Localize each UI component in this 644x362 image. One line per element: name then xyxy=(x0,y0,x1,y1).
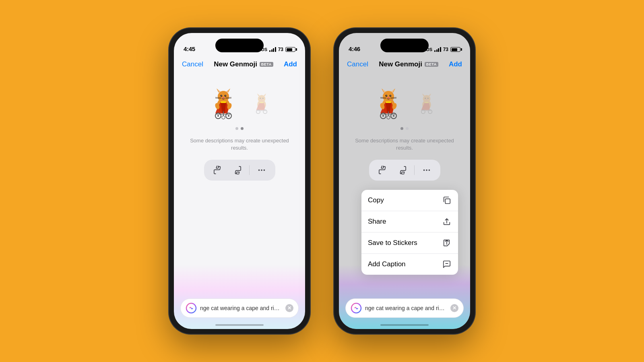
ai-genmoji-icon-right xyxy=(351,302,362,314)
cat-emoji-svg-main-left xyxy=(205,85,242,121)
svg-point-61 xyxy=(382,115,384,117)
share-icon xyxy=(442,217,452,226)
svg-point-10 xyxy=(223,97,225,99)
emoji-display-right xyxy=(370,85,439,121)
svg-point-26 xyxy=(258,95,266,103)
input-clear-right[interactable]: ✕ xyxy=(450,304,458,312)
menu-add-caption-label: Add Caption xyxy=(368,260,406,268)
status-time-left: 4:45 xyxy=(184,45,195,52)
svg-rect-72 xyxy=(425,102,428,103)
svg-rect-32 xyxy=(260,102,263,103)
cat-emoji-svg-small-right xyxy=(415,91,439,115)
copy-svg xyxy=(442,196,451,205)
thumbs-up-left[interactable] xyxy=(211,163,225,177)
status-bar-right: 4:46 SOS 73 xyxy=(339,33,470,56)
emoji-main-right xyxy=(370,85,407,121)
action-buttons-right xyxy=(369,160,440,181)
menu-item-copy[interactable]: Copy xyxy=(361,190,458,211)
svg-rect-79 xyxy=(445,199,450,204)
more-left[interactable] xyxy=(254,163,269,177)
thumbs-up-right[interactable] xyxy=(376,163,390,177)
save-stickers-icon xyxy=(442,238,452,248)
more-right[interactable] xyxy=(419,163,434,177)
svg-point-46 xyxy=(386,95,388,97)
svg-point-30 xyxy=(262,98,264,99)
svg-point-29 xyxy=(260,98,261,99)
phone-screen-left: 4:45 SOS 73 Cancel New Genmoji BET xyxy=(174,33,305,329)
emoji-main-left xyxy=(205,85,242,121)
dot-2-left xyxy=(241,127,244,130)
svg-rect-55 xyxy=(386,101,391,103)
dot-1-right xyxy=(400,127,403,130)
add-button-left[interactable]: Add xyxy=(284,60,297,68)
ai-icon-left xyxy=(186,302,197,314)
phone-left: 4:45 SOS 73 Cancel New Genmoji BET xyxy=(169,28,310,334)
svg-marker-28 xyxy=(264,93,266,96)
svg-point-8 xyxy=(221,95,222,96)
status-time-right: 4:46 xyxy=(349,45,360,52)
beta-badge-right: BETA xyxy=(425,62,438,67)
emoji-display-left xyxy=(205,85,274,121)
dot-2-right xyxy=(406,127,409,130)
svg-point-63 xyxy=(393,115,394,117)
input-text-right: nge cat wearing a cape and riding a tric… xyxy=(365,305,447,311)
title-text-left: New Genmoji xyxy=(214,60,257,68)
beta-badge-left: BETA xyxy=(260,62,273,67)
emoji-secondary-right xyxy=(415,91,439,115)
thumbs-down-left[interactable] xyxy=(230,163,244,177)
home-indicator-right xyxy=(380,324,429,326)
svg-point-76 xyxy=(423,170,425,171)
svg-point-49 xyxy=(390,95,391,96)
description-left: Some descriptions may create unexpected … xyxy=(174,137,305,152)
menu-save-stickers-label: Save to Stickers xyxy=(368,239,417,247)
svg-marker-67 xyxy=(422,93,425,96)
thumbs-down-icon-left xyxy=(233,166,242,175)
bottom-input-right[interactable]: nge cat wearing a cape and riding a tric… xyxy=(345,298,464,318)
cancel-button-right[interactable]: Cancel xyxy=(347,60,368,68)
ai-genmoji-icon-left xyxy=(186,302,197,314)
copy-icon xyxy=(442,195,452,205)
menu-share-label: Share xyxy=(368,218,386,226)
more-icon-left xyxy=(257,166,266,175)
bar3 xyxy=(273,48,274,52)
battery-left xyxy=(285,47,295,52)
cancel-button-left[interactable]: Cancel xyxy=(182,60,203,68)
menu-item-add-caption[interactable]: Add Caption xyxy=(361,254,458,275)
nav-title-right: New Genmoji BETA xyxy=(379,60,438,68)
share-svg xyxy=(442,217,451,226)
svg-point-21 xyxy=(217,115,219,117)
svg-point-41 xyxy=(383,91,394,102)
emoji-secondary-left xyxy=(250,91,274,115)
svg-point-23 xyxy=(228,115,229,117)
add-button-right[interactable]: Add xyxy=(449,60,462,68)
dot-indicators-left xyxy=(235,127,244,130)
input-clear-left[interactable]: ✕ xyxy=(285,304,293,312)
svg-point-69 xyxy=(425,98,426,99)
menu-item-save-stickers[interactable]: Save to Stickers xyxy=(361,232,458,254)
svg-marker-27 xyxy=(257,93,260,96)
svg-point-70 xyxy=(427,98,429,99)
dot-1-left xyxy=(235,127,238,130)
svg-rect-15 xyxy=(221,101,226,103)
add-caption-icon xyxy=(442,259,452,269)
sticker-svg xyxy=(442,239,451,247)
thumbs-up-icon-left xyxy=(213,166,222,175)
dot-indicators-right xyxy=(400,127,409,130)
battery-pct-right: 73 xyxy=(443,47,448,52)
menu-item-share[interactable]: Share xyxy=(361,211,458,232)
home-indicator-left xyxy=(215,324,264,326)
bottom-input-left[interactable]: nge cat wearing a cape and riding a tric… xyxy=(180,298,299,318)
context-menu-right: Copy Share xyxy=(361,190,458,275)
svg-point-64 xyxy=(387,116,390,119)
battery-right xyxy=(450,47,460,52)
dynamic-island-left xyxy=(215,39,264,52)
bar4 xyxy=(275,47,276,52)
action-buttons-left xyxy=(204,160,275,181)
status-right-right: SOS 73 xyxy=(423,47,460,52)
battery-fill-left xyxy=(287,48,292,51)
bar4r xyxy=(440,47,441,52)
svg-point-24 xyxy=(222,116,225,119)
thumbs-down-right[interactable] xyxy=(395,163,409,177)
cat-emoji-svg-small-left xyxy=(250,91,274,115)
svg-point-78 xyxy=(428,170,430,171)
